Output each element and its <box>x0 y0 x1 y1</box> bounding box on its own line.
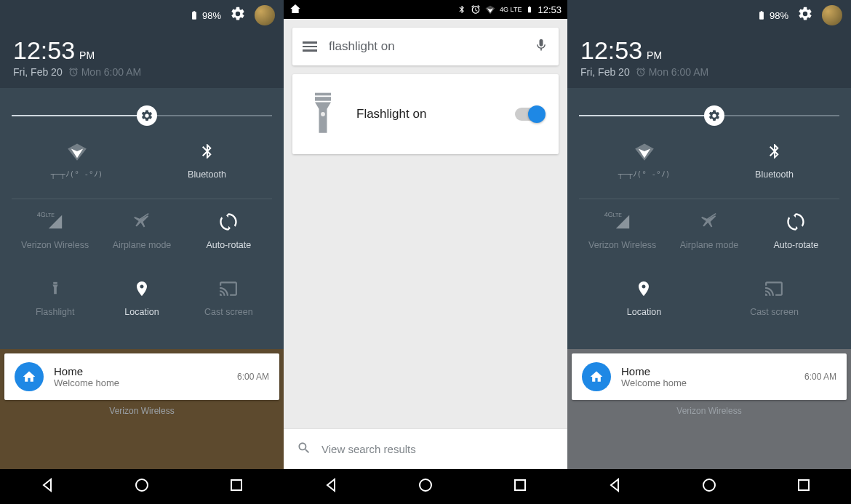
bluetooth-tile[interactable]: Bluetooth <box>142 139 272 196</box>
battery-indicator: 98% <box>189 9 221 22</box>
screen-left: 98% 12:53PM Fri, Feb 20 Mon 6:00 AM ┬─┬ﾉ… <box>0 0 284 504</box>
clock-block[interactable]: 12:53PM Fri, Feb 20 Mon 6:00 AM <box>567 31 851 88</box>
clock-time: 12:53 <box>13 36 75 65</box>
svg-rect-3 <box>315 93 331 96</box>
flashlight-label: Flashlight <box>36 307 75 317</box>
menu-icon[interactable] <box>303 41 317 52</box>
notif-subtitle: Welcome home <box>621 377 794 388</box>
battery-text: 98% <box>202 10 221 21</box>
cellular-label: Verizon Wireless <box>588 240 656 250</box>
notif-time: 6:00 AM <box>237 372 269 382</box>
wifi-tile[interactable]: ┬─┬ﾉ(° -°ﾉ) <box>579 139 709 196</box>
flashlight-card-icon <box>307 89 339 140</box>
screen-center: 4G LTE 12:53 flashlight on Flashlight on… <box>284 0 567 504</box>
clock-block[interactable]: 12:53PM Fri, Feb 20 Mon 6:00 AM <box>0 31 284 88</box>
battery-indicator: 98% <box>756 9 788 22</box>
settings-gear-icon[interactable] <box>230 6 246 25</box>
back-button[interactable] <box>322 476 340 497</box>
wifi-status-icon <box>485 4 495 15</box>
autorotate-icon <box>216 209 241 234</box>
nav-bar <box>284 469 567 504</box>
recent-button[interactable] <box>511 476 529 497</box>
wifi-tile[interactable]: ┬─┬ﾉ(° -°ﾉ) <box>12 139 142 196</box>
settings-gear-icon[interactable] <box>797 6 813 25</box>
home-button[interactable] <box>417 476 434 497</box>
bluetooth-icon <box>195 139 220 164</box>
location-tile[interactable]: Location <box>98 276 185 333</box>
clock-time: 12:53 <box>580 36 642 65</box>
wifi-icon <box>632 139 657 164</box>
home-button[interactable] <box>133 476 151 497</box>
wifi-label: ┬─┬ﾉ(° -°ﾉ) <box>51 169 103 179</box>
rotate-tile[interactable]: Auto-rotate <box>185 209 272 266</box>
bluetooth-icon <box>762 139 787 164</box>
notif-time: 6:00 AM <box>804 372 836 382</box>
home-notification[interactable]: Home Welcome home 6:00 AM <box>4 353 279 400</box>
clock-ampm: PM <box>79 49 95 61</box>
search-icon <box>297 441 311 457</box>
brightness-slider[interactable] <box>579 101 839 130</box>
cellular-label: Verizon Wireless <box>21 240 89 250</box>
home-icon <box>582 362 611 391</box>
clock-ampm: PM <box>647 49 662 61</box>
alarm-indicator: Mon 6:00 AM <box>636 66 709 78</box>
svg-rect-4 <box>315 97 331 101</box>
quick-settings-panel: 98% 12:53PM Fri, Feb 20 Mon 6:00 AM ┬─┬ﾉ… <box>567 0 851 349</box>
cast-tile[interactable]: Cast screen <box>750 276 799 333</box>
cast-tile[interactable]: Cast screen <box>185 276 272 333</box>
wifi-label: ┬─┬ﾉ(° -°ﾉ) <box>618 169 671 179</box>
notif-title: Home <box>621 365 794 377</box>
bluetooth-label: Bluetooth <box>755 169 794 180</box>
notif-title: Home <box>54 365 227 377</box>
brightness-slider[interactable] <box>12 101 272 130</box>
home-button[interactable] <box>700 476 718 497</box>
location-label: Location <box>627 307 661 317</box>
status-bar: 4G LTE 12:53 <box>284 0 567 19</box>
alarm-text: Mon 6:00 AM <box>81 66 142 78</box>
bluetooth-status-icon <box>458 5 466 14</box>
airplane-tile[interactable]: Airplane mode <box>666 209 752 266</box>
location-label: Location <box>124 307 159 317</box>
user-avatar[interactable] <box>255 5 275 25</box>
cellular-tile[interactable]: 4GLTE Verizon Wireless <box>12 209 98 266</box>
back-button[interactable] <box>39 476 56 497</box>
airplane-tile[interactable]: Airplane mode <box>98 209 185 266</box>
flashlight-icon <box>43 276 68 301</box>
carrier-label: Verizon Wireless <box>0 406 284 416</box>
bluetooth-label: Bluetooth <box>188 169 226 180</box>
location-tile[interactable]: Location <box>627 276 661 333</box>
airplane-label: Airplane mode <box>113 240 172 250</box>
clock-date: Fri, Feb 20 <box>580 66 630 78</box>
status-row: 98% <box>0 0 284 31</box>
cellular-tile[interactable]: 4GLTE Verizon Wireless <box>579 209 666 266</box>
search-bar[interactable]: flashlight on <box>292 28 559 65</box>
wifi-icon <box>65 139 89 164</box>
rotate-tile[interactable]: Auto-rotate <box>753 209 839 266</box>
back-button[interactable] <box>606 476 623 497</box>
flashlight-toggle[interactable] <box>515 108 544 121</box>
flashlight-tile[interactable]: Flashlight <box>12 276 98 333</box>
bluetooth-tile[interactable]: Bluetooth <box>709 139 839 196</box>
airplane-icon <box>697 209 722 234</box>
carrier-label: Verizon Wireless <box>567 406 851 416</box>
quick-settings-panel: 98% 12:53PM Fri, Feb 20 Mon 6:00 AM ┬─┬ﾉ… <box>0 0 284 349</box>
nav-bar <box>567 469 851 504</box>
cast-label: Cast screen <box>204 307 253 317</box>
mic-icon[interactable] <box>534 38 548 55</box>
recent-button[interactable] <box>228 476 245 497</box>
search-query[interactable]: flashlight on <box>329 39 522 54</box>
battery-text: 98% <box>770 10 788 21</box>
home-notification[interactable]: Home Welcome home 6:00 AM <box>572 353 847 400</box>
view-results-label: View search results <box>321 443 416 455</box>
recent-button[interactable] <box>795 476 812 497</box>
user-avatar[interactable] <box>822 5 842 25</box>
flashlight-card: Flashlight on <box>292 74 559 154</box>
airplane-label: Airplane mode <box>680 240 739 250</box>
rotate-label: Auto-rotate <box>773 240 818 250</box>
cast-icon <box>762 276 786 301</box>
nav-bar <box>0 469 284 504</box>
battery-status-icon <box>526 4 533 15</box>
alarm-status-icon <box>471 4 481 15</box>
location-icon <box>129 276 154 301</box>
view-results-bar[interactable]: View search results <box>284 428 567 469</box>
